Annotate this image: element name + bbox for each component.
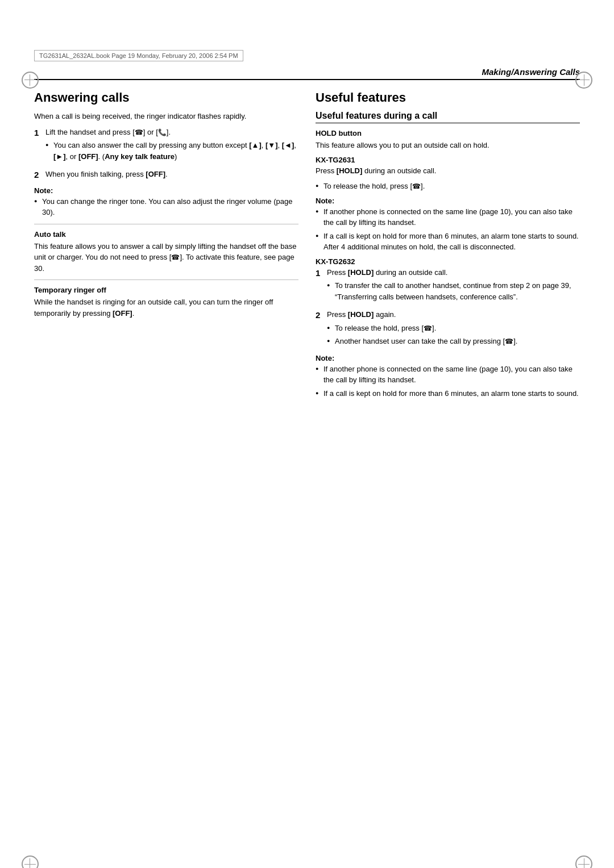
- temp-ringer-head: Temporary ringer off: [34, 286, 298, 294]
- auto-talk-body: This feature allows you to answer a call…: [34, 241, 298, 274]
- page-header-title: Making/Answering Calls: [482, 67, 580, 77]
- model-kxtg2632: KX-TG2632: [316, 257, 580, 266]
- phone-icon-4: ☎: [424, 323, 432, 333]
- divider-2: [34, 279, 298, 280]
- kxtg2632-step-num-2: 2: [316, 309, 323, 349]
- corner-mark-tl: [22, 72, 42, 92]
- kxtg2632-note-bullets: If another phone is connected on the sam…: [316, 364, 580, 399]
- left-steps-list: 1 Lift the handset and press [☎] or [📞].…: [34, 127, 298, 182]
- kxtg2632-step-2-bullet-1: To release the hold, press [☎].: [327, 323, 580, 334]
- hold-button-head: HOLD button: [316, 129, 580, 137]
- left-note-label: Note:: [34, 186, 53, 195]
- corner-mark-br: [572, 852, 592, 868]
- phone-icon-5: ☎: [505, 336, 513, 347]
- kxtg2632-note-bullet-1: If another phone is connected on the sam…: [316, 364, 580, 386]
- phone-icon-1: ☎: [135, 127, 143, 137]
- step-1-text: Lift the handset and press [☎] or [📞].: [45, 128, 171, 136]
- kxtg2632-step-num-1: 1: [316, 267, 323, 305]
- kxtg2632-step-1-text: Press [HOLD] during an outside call.: [327, 268, 447, 277]
- temp-ringer-body: While the handset is ringing for an outs…: [34, 297, 298, 319]
- page-outer: TG2631AL_2632AL.book Page 19 Monday, Feb…: [0, 50, 614, 868]
- auto-talk-head: Auto talk: [34, 230, 298, 239]
- kxtg2632-step-1-bullet-1: To transfer the call to another handset,…: [327, 280, 580, 302]
- hold-button-body: This feature allows you to put an outsid…: [316, 140, 580, 151]
- right-section-title: Useful features: [316, 90, 580, 105]
- left-note: Note: You can change the ringer tone. Yo…: [34, 186, 298, 218]
- kxtg2632-step-2: 2 Press [HOLD] again. To release the hol…: [316, 309, 580, 349]
- step-2-content: When you finish talking, press [OFF].: [45, 169, 298, 182]
- left-step-1: 1 Lift the handset and press [☎] or [📞].…: [34, 127, 298, 165]
- divider-1: [34, 224, 298, 224]
- left-intro: When a call is being received, the ringe…: [34, 111, 298, 122]
- right-subsection-title: Useful features during a call: [316, 111, 580, 123]
- corner-mark-bl: [22, 852, 42, 868]
- left-section-title: Answering calls: [34, 90, 298, 105]
- kxtg2632-step-2-bullet-2: Another handset user can take the call b…: [327, 336, 580, 347]
- kxtg2632-note: Note: If another phone is connected on t…: [316, 354, 580, 399]
- kxtg2631-note: Note: If another phone is connected on t…: [316, 197, 580, 253]
- kxtg2632-note-label: Note:: [316, 354, 334, 362]
- kxtg2632-steps-list: 1 Press [HOLD] during an outside call. T…: [316, 267, 580, 349]
- kxtg2632-step-2-content: Press [HOLD] again. To release the hold,…: [327, 309, 580, 349]
- kxtg2631-note-bullets: If another phone is connected on the sam…: [316, 206, 580, 253]
- kxtg2632-step-1-content: Press [HOLD] during an outside call. To …: [327, 267, 580, 305]
- two-column-layout: Answering calls When a call is being rec…: [34, 90, 580, 403]
- kxtg2632-step-1: 1 Press [HOLD] during an outside call. T…: [316, 267, 580, 305]
- left-column: Answering calls When a call is being rec…: [34, 90, 298, 323]
- right-column: Useful features Useful features during a…: [316, 90, 580, 403]
- step-2-text: When you finish talking, press [OFF].: [45, 170, 168, 178]
- kxtg2631-note-bullet-2: If a call is kept on hold for more than …: [316, 231, 580, 253]
- file-ref: TG2631AL_2632AL.book Page 19 Monday, Feb…: [34, 50, 243, 61]
- model-kxtg2631: KX-TG2631: [316, 156, 580, 164]
- kxtg2631-note-bullet-1: If another phone is connected on the sam…: [316, 206, 580, 228]
- step-1-content: Lift the handset and press [☎] or [📞]. Y…: [45, 127, 298, 165]
- left-note-bullets: You can change the ringer tone. You can …: [34, 196, 298, 218]
- kxtg2632-step-2-text: Press [HOLD] again.: [327, 310, 396, 319]
- corner-mark-tr: [572, 72, 592, 92]
- kxtg2632-note-bullet-2: If a call is kept on hold for more than …: [316, 388, 580, 399]
- kxtg2632-step-1-bullets: To transfer the call to another handset,…: [327, 280, 580, 302]
- left-note-bullet-1: You can change the ringer tone. You can …: [34, 196, 298, 218]
- kxtg2631-bullets1: To release the hold, press [☎].: [316, 181, 580, 192]
- step-number-1: 1: [34, 127, 42, 165]
- phone-icon-2: ☎: [171, 252, 180, 262]
- kxtg2631-note-label: Note:: [316, 197, 334, 205]
- phone-icon-3: ☎: [412, 181, 421, 191]
- step-1-bullet-1: You can also answer the call by pressing…: [45, 140, 298, 162]
- kxtg2631-step1: Press [HOLD] during an outside call.: [316, 165, 580, 177]
- handset-icon-1: 📞: [158, 127, 167, 137]
- kxtg2632-step-2-bullets: To release the hold, press [☎]. Another …: [327, 323, 580, 347]
- kxtg2631-bullet-1: To release the hold, press [☎].: [316, 181, 580, 192]
- page-inner: TG2631AL_2632AL.book Page 19 Monday, Feb…: [34, 50, 580, 403]
- step-1-bullets: You can also answer the call by pressing…: [45, 140, 298, 162]
- step-number-2: 2: [34, 169, 42, 182]
- page-header: Making/Answering Calls: [34, 67, 580, 80]
- left-step-2: 2 When you finish talking, press [OFF].: [34, 169, 298, 182]
